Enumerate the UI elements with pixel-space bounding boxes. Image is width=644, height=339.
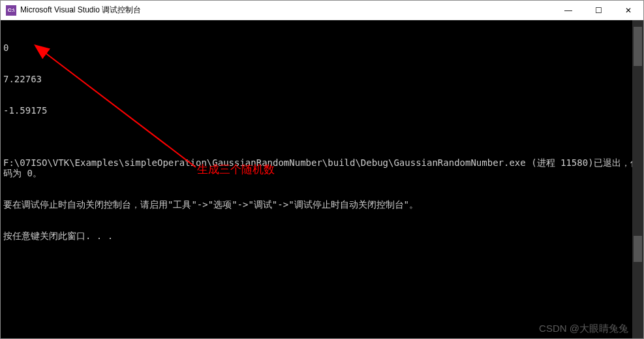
- close-button[interactable]: ✕: [613, 1, 643, 20]
- minimize-button[interactable]: —: [553, 1, 583, 20]
- scroll-thumb[interactable]: [634, 236, 642, 262]
- output-line: 0: [3, 42, 641, 53]
- maximize-button[interactable]: ☐: [583, 1, 613, 20]
- output-line: -1.59175: [3, 105, 641, 116]
- app-icon: C:\: [6, 5, 16, 16]
- vertical-scrollbar[interactable]: [632, 20, 643, 338]
- window-controls: — ☐ ✕: [553, 1, 643, 20]
- output-line: 要在调试停止时自动关闭控制台，请启用"工具"->"选项"->"调试"->"调试停…: [3, 199, 641, 210]
- output-line: 7.22763: [3, 74, 641, 84]
- scroll-thumb[interactable]: [634, 27, 642, 66]
- window-title: Microsoft Visual Studio 调试控制台: [20, 5, 553, 16]
- output-line: 按任意键关闭此窗口. . .: [3, 231, 641, 241]
- console-window: C:\ Microsoft Visual Studio 调试控制台 — ☐ ✕ …: [0, 0, 644, 339]
- output-line: F:\07ISO\VTK\Examples\simpleOperation\Ga…: [3, 157, 641, 178]
- titlebar[interactable]: C:\ Microsoft Visual Studio 调试控制台 — ☐ ✕: [1, 1, 643, 20]
- console-output[interactable]: 0 7.22763 -1.59175 F:\07ISO\VTK\Examples…: [1, 20, 643, 338]
